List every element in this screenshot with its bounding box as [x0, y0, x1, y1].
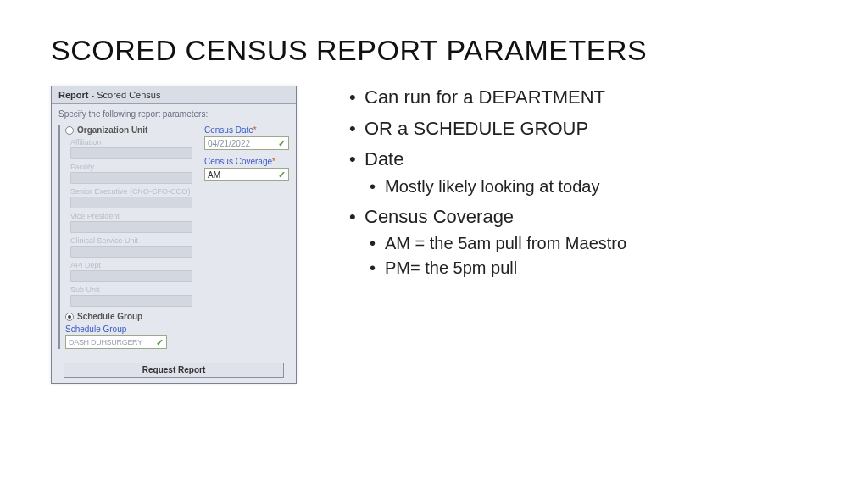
census-coverage-input[interactable]: AM ✓	[204, 168, 289, 181]
sub-bullet-item: Mostly likely looking at today	[364, 175, 626, 198]
field-label-vp: Vice President	[70, 212, 194, 220]
report-header-title: Report	[58, 90, 88, 100]
census-date-value: 04/21/2022	[208, 139, 250, 148]
check-icon: ✓	[156, 337, 164, 348]
check-icon: ✓	[278, 138, 286, 149]
report-panel: Report - Scored Census Specify the follo…	[51, 86, 297, 384]
schedule-group-label: Schedule Group	[77, 312, 142, 321]
report-header-subtitle: - Scored Census	[88, 90, 160, 100]
census-coverage-value: AM	[208, 170, 220, 180]
report-instruction: Specify the following report parameters:	[52, 104, 296, 122]
field-label-api-dept: API Dept	[70, 261, 194, 269]
schedule-group-field-label: Schedule Group	[65, 324, 194, 334]
org-unit-label: Organization Unit	[77, 125, 147, 135]
report-header: Report - Scored Census	[52, 86, 296, 104]
census-date-input[interactable]: 04/21/2022 ✓	[204, 136, 289, 150]
census-date-label: Census Date*	[204, 125, 289, 135]
bullet-list: Can run for a DEPARTMENT OR a SCHEDULE G…	[348, 86, 626, 286]
sub-bullet-item: AM = the 5am pull from Maestro	[364, 232, 626, 255]
field-label-csu: Clinical Service Unit	[70, 236, 194, 245]
radio-icon	[65, 313, 74, 321]
field-label-facility: Facility	[70, 163, 194, 171]
field-label-senior-exec: Senior Executive (CNO-CFO-COO)	[70, 187, 194, 196]
facility-input[interactable]	[70, 172, 192, 184]
census-coverage-label: Census Coverage*	[204, 157, 289, 166]
vp-input[interactable]	[70, 221, 192, 233]
bullet-item: Date Mostly likely looking at today	[348, 147, 626, 198]
schedule-group-select[interactable]: DASH DUHSURGERY ✓	[65, 336, 167, 349]
check-icon: ✓	[278, 169, 286, 180]
senior-exec-input[interactable]	[70, 197, 192, 208]
request-report-button[interactable]: Request Report	[64, 363, 284, 378]
field-label-sub-unit: Sub Unit	[70, 286, 194, 294]
schedule-group-value: DASH DUHSURGERY	[69, 338, 142, 347]
csu-input[interactable]	[70, 246, 192, 258]
affiliation-input[interactable]	[70, 147, 192, 159]
bullet-item: OR a SCHEDULE GROUP	[348, 117, 626, 141]
schedule-group-option[interactable]: Schedule Group	[65, 312, 194, 321]
page-title: SCORED CENSUS REPORT PARAMETERS	[51, 34, 817, 67]
bullet-item: Can run for a DEPARTMENT	[348, 86, 626, 110]
field-label-affiliation: Affiliation	[70, 138, 194, 147]
org-unit-option[interactable]: Organization Unit	[65, 125, 194, 135]
bullet-item: Census Coverage AM = the 5am pull from M…	[348, 205, 626, 280]
api-dept-input[interactable]	[70, 270, 192, 282]
sub-bullet-item: PM= the 5pm pull	[364, 257, 626, 280]
radio-icon	[65, 126, 74, 135]
sub-unit-input[interactable]	[70, 295, 192, 307]
